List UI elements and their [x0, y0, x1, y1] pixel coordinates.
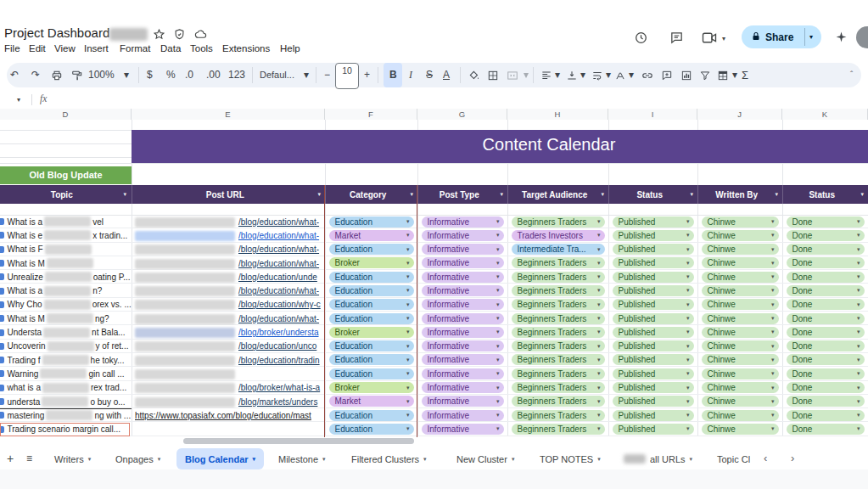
cell[interactable]: Beginners Traders▾ — [507, 312, 608, 325]
meet-dropdown-caret[interactable]: ▾ — [722, 35, 725, 42]
chip-caret-icon[interactable]: ▾ — [686, 260, 690, 267]
chip-caret-icon[interactable]: ▾ — [597, 385, 601, 391]
cell[interactable]: Beginners Traders▾ — [507, 325, 608, 339]
dropdown-chip-done[interactable]: Done▾ — [787, 327, 865, 338]
header-cell-written-by[interactable]: Written By▾ — [697, 185, 783, 204]
post-url-cell[interactable]: /blog/education/what- — [132, 256, 325, 270]
chip-caret-icon[interactable]: ▾ — [406, 412, 410, 419]
sheet-tab-onpages[interactable]: Onpages▾ — [115, 448, 160, 469]
sheet-tab-all-urls[interactable]: all URLs▾ — [624, 448, 692, 469]
chip-caret-icon[interactable]: ▾ — [496, 301, 500, 308]
dropdown-chip-done[interactable]: Done▾ — [787, 313, 865, 324]
dropdown-chip-education[interactable]: Education▾ — [329, 424, 414, 435]
chip-caret-icon[interactable]: ▾ — [771, 412, 775, 419]
cell[interactable]: Published▾ — [608, 270, 697, 284]
dropdown-chip-chinwe[interactable]: Chinwe▾ — [702, 285, 779, 296]
cell[interactable]: Done▾ — [782, 325, 868, 339]
column-header-E[interactable]: E — [132, 109, 325, 120]
font-size-input[interactable]: 10 — [335, 63, 359, 89]
cell[interactable]: Education▾ — [325, 243, 417, 256]
more-formats-icon[interactable]: 123 — [228, 63, 245, 87]
dropdown-chip-published[interactable]: Published▾ — [613, 327, 694, 338]
topic-cell[interactable]: What is M — [0, 256, 132, 270]
cell[interactable]: Published▾ — [608, 340, 697, 353]
chip-caret-icon[interactable]: ▾ — [857, 425, 860, 432]
chip-caret-icon[interactable]: ▾ — [686, 273, 690, 280]
column-header-K[interactable]: K — [782, 109, 868, 120]
tab-caret-icon[interactable]: ▾ — [690, 456, 693, 463]
dropdown-chip-beginners-traders[interactable]: Beginners Traders▾ — [512, 340, 605, 351]
cell[interactable]: Education▾ — [325, 215, 417, 228]
dropdown-chip-informative[interactable]: Informative▾ — [422, 410, 504, 421]
chip-caret-icon[interactable]: ▾ — [857, 315, 860, 322]
post-url-cell[interactable]: /blog/education/what- — [132, 284, 325, 297]
cell[interactable]: Education▾ — [325, 284, 417, 297]
bold-button[interactable]: B — [389, 63, 397, 87]
dropdown-chip-education[interactable]: Education▾ — [329, 299, 414, 310]
chip-caret-icon[interactable]: ▾ — [406, 425, 410, 432]
cell[interactable]: Informative▾ — [417, 395, 507, 408]
menu-insert[interactable]: Insert — [84, 43, 109, 53]
dropdown-chip-education[interactable]: Education▾ — [329, 272, 414, 283]
chip-caret-icon[interactable]: ▾ — [771, 287, 775, 294]
font-caret[interactable]: ▾ — [304, 63, 309, 87]
header-cell-post-url[interactable]: Post URL▾ — [132, 185, 326, 204]
post-url-link[interactable]: /blog/education/tradin — [238, 356, 320, 365]
cell[interactable]: Published▾ — [608, 325, 697, 339]
dropdown-chip-beginners-traders[interactable]: Beginners Traders▾ — [512, 327, 605, 338]
chip-caret-icon[interactable]: ▾ — [406, 357, 410, 363]
chip-caret-icon[interactable]: ▾ — [857, 329, 860, 335]
cell[interactable]: Informative▾ — [417, 270, 507, 284]
cell[interactable]: Done▾ — [782, 312, 868, 325]
insert-link-icon[interactable] — [641, 69, 653, 82]
chip-caret-icon[interactable]: ▾ — [496, 343, 500, 350]
column-header-F[interactable]: F — [325, 109, 417, 120]
cell[interactable]: Informative▾ — [417, 325, 507, 339]
chip-caret-icon[interactable]: ▾ — [857, 370, 860, 377]
format-currency-icon[interactable]: $ — [147, 63, 153, 87]
dropdown-chip-beginners-traders[interactable]: Beginners Traders▾ — [512, 424, 605, 435]
chip-caret-icon[interactable]: ▾ — [406, 218, 410, 225]
cell[interactable]: Education▾ — [325, 312, 417, 325]
dropdown-chip-beginners-traders[interactable]: Beginners Traders▾ — [512, 272, 605, 283]
chip-caret-icon[interactable]: ▾ — [496, 412, 500, 419]
dropdown-chip-education[interactable]: Education▾ — [329, 313, 414, 324]
cell[interactable]: Chinwe▾ — [697, 228, 782, 242]
approval-shield-icon[interactable] — [173, 28, 186, 44]
chip-caret-icon[interactable]: ▾ — [597, 287, 601, 294]
table-views-caret[interactable]: ▾ — [732, 63, 737, 87]
post-url-cell[interactable]: /blog/education/unde — [132, 270, 325, 284]
dropdown-chip-done[interactable]: Done▾ — [787, 382, 865, 393]
decrease-font-size-button[interactable]: − — [324, 63, 330, 87]
chip-caret-icon[interactable]: ▾ — [686, 357, 690, 363]
cell[interactable]: Published▾ — [608, 381, 697, 395]
dropdown-chip-informative[interactable]: Informative▾ — [422, 272, 504, 283]
dropdown-chip-broker[interactable]: Broker▾ — [329, 257, 414, 268]
chip-caret-icon[interactable]: ▾ — [771, 357, 775, 363]
chip-caret-icon[interactable]: ▾ — [496, 357, 500, 363]
strikethrough-button[interactable]: S — [426, 63, 433, 87]
chip-caret-icon[interactable]: ▾ — [686, 412, 690, 419]
dropdown-chip-education[interactable]: Education▾ — [329, 410, 414, 421]
cell[interactable]: Beginners Traders▾ — [507, 256, 608, 270]
cell[interactable]: Beginners Traders▾ — [507, 408, 608, 422]
cell[interactable]: Done▾ — [782, 340, 868, 353]
header-filter-caret-icon[interactable]: ▾ — [601, 191, 604, 198]
chip-caret-icon[interactable]: ▾ — [857, 343, 860, 350]
insert-chart-icon[interactable] — [680, 69, 692, 82]
post-url-cell[interactable]: /blog/education/tradin — [132, 353, 325, 367]
dropdown-chip-done[interactable]: Done▾ — [787, 285, 865, 296]
gemini-sparkle-icon[interactable] — [835, 31, 848, 47]
cloud-saved-icon[interactable] — [194, 28, 208, 44]
chip-caret-icon[interactable]: ▾ — [406, 260, 410, 267]
chip-caret-icon[interactable]: ▾ — [406, 398, 410, 405]
chip-caret-icon[interactable]: ▾ — [771, 329, 775, 335]
horizontal-scrollbar-thumb[interactable] — [183, 438, 414, 444]
chip-caret-icon[interactable]: ▾ — [857, 385, 860, 391]
post-url-link[interactable]: /blog/education/what- — [238, 286, 319, 295]
dropdown-chip-done[interactable]: Done▾ — [787, 230, 865, 241]
column-header-H[interactable]: H — [507, 109, 608, 120]
cell[interactable]: Chinwe▾ — [697, 408, 782, 422]
zoom-caret[interactable]: ▾ — [124, 63, 129, 87]
dropdown-chip-chinwe[interactable]: Chinwe▾ — [702, 244, 779, 255]
